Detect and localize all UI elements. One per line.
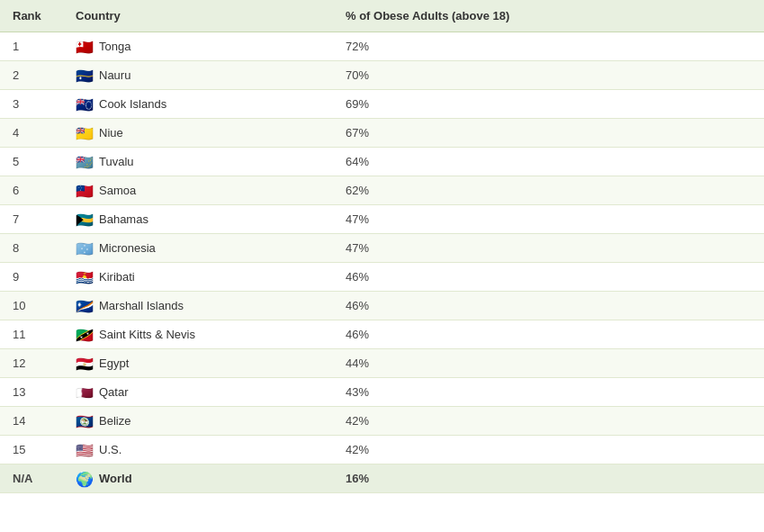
flag-icon: 🇧🇿	[76, 415, 94, 428]
world-flag-icon: 🌍	[76, 473, 94, 485]
country-cell: 🇺🇸U.S.	[63, 436, 333, 464]
country-cell: 🇰🇮Kiribati	[63, 263, 333, 292]
table-row: 13🇶🇦Qatar43%	[0, 378, 764, 407]
country-name: Micronesia	[99, 241, 156, 255]
country-cell: 🇧🇸Bahamas	[63, 205, 333, 234]
rank-cell: 3	[0, 90, 63, 119]
percent-cell: 42%	[333, 407, 764, 436]
rank-cell: 15	[0, 436, 63, 464]
table-row: 1🇹🇴Tonga72%	[0, 32, 764, 61]
flag-icon: 🇫🇲	[76, 242, 94, 255]
flag-icon: 🇪🇬	[76, 357, 94, 370]
country-cell: 🇶🇦Qatar	[63, 378, 333, 407]
table-row: 8🇫🇲Micronesia47%	[0, 234, 764, 263]
world-row: N/A🌍World16%	[0, 464, 764, 493]
rank-cell: 6	[0, 176, 63, 205]
flag-icon: 🇹🇻	[76, 156, 94, 168]
flag-icon: 🇹🇴	[76, 41, 94, 53]
country-name: Kiribati	[99, 270, 135, 284]
table-row: 2🇳🇷Nauru70%	[0, 61, 764, 90]
rank-cell: 5	[0, 148, 63, 176]
percent-cell: 46%	[333, 320, 764, 349]
flag-icon: 🇧🇸	[76, 213, 94, 226]
header-country: Country	[63, 0, 333, 32]
percent-cell: 43%	[333, 378, 764, 407]
percent-cell: 46%	[333, 292, 764, 320]
flag-icon: 🇲🇭	[76, 300, 94, 312]
country-cell: 🇨🇰Cook Islands	[63, 90, 333, 119]
country-name: Marshall Islands	[99, 299, 184, 312]
rank-cell: 8	[0, 234, 63, 263]
percent-cell: 70%	[333, 61, 764, 90]
country-cell: 🇹🇴Tonga	[63, 32, 333, 61]
percent-cell: 46%	[333, 263, 764, 292]
table-row: 5🇹🇻Tuvalu64%	[0, 148, 764, 176]
country-name: Cook Islands	[99, 97, 166, 111]
percent-cell: 72%	[333, 32, 764, 61]
percent-cell: 44%	[333, 349, 764, 378]
country-cell: 🇧🇿Belize	[63, 407, 333, 436]
country-cell: 🇪🇬Egypt	[63, 349, 333, 378]
country-cell: 🇰🇳Saint Kitts & Nevis	[63, 320, 333, 349]
rank-cell: 11	[0, 320, 63, 349]
country-cell: 🇳🇷Nauru	[63, 61, 333, 90]
rank-cell: 10	[0, 292, 63, 320]
table-row: 12🇪🇬Egypt44%	[0, 349, 764, 378]
percent-cell: 42%	[333, 436, 764, 464]
country-name: Saint Kitts & Nevis	[99, 328, 195, 341]
rank-cell: 4	[0, 119, 63, 148]
table-row: 3🇨🇰Cook Islands69%	[0, 90, 764, 119]
flag-icon: 🇶🇦	[76, 386, 94, 399]
rank-cell: 7	[0, 205, 63, 234]
table-row: 14🇧🇿Belize42%	[0, 407, 764, 436]
table-row: 7🇧🇸Bahamas47%	[0, 205, 764, 234]
country-name: Egypt	[99, 356, 129, 370]
flag-icon: 🇰🇮	[76, 271, 94, 284]
percent-cell: 47%	[333, 205, 764, 234]
country-name: Nauru	[99, 68, 130, 82]
flag-icon: 🇳🇷	[76, 69, 94, 82]
percent-cell: 67%	[333, 119, 764, 148]
country-name: Niue	[99, 126, 123, 140]
flag-icon: 🇳🇺	[76, 127, 94, 140]
world-country-cell: 🌍World	[63, 464, 333, 493]
flag-icon: 🇺🇸	[76, 444, 94, 456]
rank-cell: 1	[0, 32, 63, 61]
table-row: 9🇰🇮Kiribati46%	[0, 263, 764, 292]
table-row: 11🇰🇳Saint Kitts & Nevis46%	[0, 320, 764, 349]
table-row: 10🇲🇭Marshall Islands46%	[0, 292, 764, 320]
obesity-table: Rank Country % of Obese Adults (above 18…	[0, 0, 764, 493]
country-name: Bahamas	[99, 212, 148, 226]
header-rank: Rank	[0, 0, 63, 32]
header-percent: % of Obese Adults (above 18)	[333, 0, 764, 32]
rank-cell: 12	[0, 349, 63, 378]
table-row: 6🇼🇸Samoa62%	[0, 176, 764, 205]
percent-cell: 47%	[333, 234, 764, 263]
flag-icon: 🇼🇸	[76, 185, 94, 197]
rank-cell: 9	[0, 263, 63, 292]
flag-icon: 🇰🇳	[76, 329, 94, 341]
table-row: 4🇳🇺Niue67%	[0, 119, 764, 148]
country-name: Samoa	[99, 184, 136, 197]
world-country-name: World	[99, 472, 132, 485]
country-name: U.S.	[99, 443, 121, 456]
percent-cell: 62%	[333, 176, 764, 205]
country-name: Tonga	[99, 40, 130, 53]
rank-cell: 13	[0, 378, 63, 407]
country-name: Qatar	[99, 385, 129, 399]
country-cell: 🇲🇭Marshall Islands	[63, 292, 333, 320]
percent-cell: 69%	[333, 90, 764, 119]
country-name: Tuvalu	[99, 155, 134, 168]
table-row: 15🇺🇸U.S.42%	[0, 436, 764, 464]
country-cell: 🇼🇸Samoa	[63, 176, 333, 205]
world-rank-cell: N/A	[0, 464, 63, 493]
country-cell: 🇳🇺Niue	[63, 119, 333, 148]
rank-cell: 14	[0, 407, 63, 436]
country-cell: 🇹🇻Tuvalu	[63, 148, 333, 176]
country-name: Belize	[99, 414, 130, 428]
flag-icon: 🇨🇰	[76, 98, 94, 111]
world-percent-cell: 16%	[333, 464, 764, 493]
rank-cell: 2	[0, 61, 63, 90]
country-cell: 🇫🇲Micronesia	[63, 234, 333, 263]
percent-cell: 64%	[333, 148, 764, 176]
